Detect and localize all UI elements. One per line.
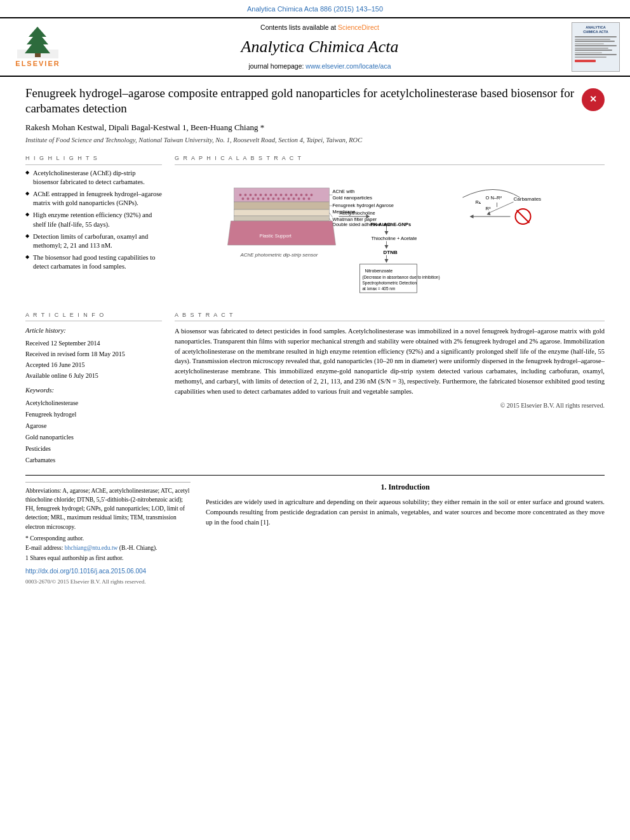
journal-ref: Analytica Chimica Acta 886 (2015) 143–15… [247, 5, 383, 13]
sciencedirect-link[interactable]: ScienceDirect [338, 23, 379, 31]
svg-point-34 [303, 197, 305, 200]
highlight-item: ◆High enzyme retention efficiency (92%) … [25, 211, 162, 229]
homepage-line: journal homepage: www.elsevier.com/locat… [74, 62, 565, 71]
svg-point-25 [257, 197, 260, 200]
journal-ref-line: Analytica Chimica Acta 886 (2015) 143–15… [0, 0, 630, 17]
svg-text:Thiocholine + Acetate: Thiocholine + Acetate [372, 236, 417, 241]
svg-marker-76 [470, 215, 474, 218]
svg-line-73 [488, 202, 514, 213]
svg-text:Nitrobenzoate: Nitrobenzoate [365, 269, 393, 273]
highlight-item: ◆Acetylcholinesterase (AChE) dip-strip b… [25, 169, 162, 187]
abbreviations-text: Abbreviations: A, agarose; AChE, acetylc… [25, 486, 191, 531]
issn-line: 0003-2670/© 2015 Elsevier B.V. All right… [25, 578, 191, 586]
authors-line: Rakesh Mohan Kestwal, Dipali Bagal-Kestw… [25, 122, 605, 133]
keyword-item: Carbamates [25, 455, 162, 466]
introduction-section: 1. Introduction Pesticides are widely us… [206, 482, 605, 586]
keyword-item: Pesticides [25, 443, 162, 455]
contents-line: Contents lists available at ScienceDirec… [74, 23, 565, 32]
svg-point-14 [275, 194, 278, 196]
two-col-section: H I G H L I G H T S ◆Acetylcholinesteras… [25, 154, 605, 302]
abstract-header: A B S T R A C T [175, 311, 605, 322]
ga-diagram: AChE with Gold nanoparticles [175, 169, 605, 302]
elsevier-label: ELSEVIER [15, 59, 60, 69]
highlights-list: ◆Acetylcholinesterase (AChE) dip-strip b… [25, 169, 162, 272]
svg-point-22 [242, 197, 245, 200]
svg-text:Spectrophotometric Detection: Spectrophotometric Detection [363, 281, 417, 286]
svg-point-28 [272, 197, 275, 200]
bottom-section: Abbreviations: A, agarose; AChE, acetylc… [0, 475, 630, 592]
received-date: Received 12 September 2014 [25, 338, 162, 349]
footnotes-section: Abbreviations: A, agarose; AChE, acetylc… [25, 482, 191, 586]
bottom-two-col: Abbreviations: A, agarose; AChE, acetylc… [25, 482, 605, 586]
article-info-section: A R T I C L E I N F O Article history: R… [25, 311, 162, 466]
svg-point-8 [245, 194, 247, 196]
revised-date: Received in revised form 18 May 2015 [25, 349, 162, 359]
svg-point-13 [270, 194, 272, 196]
svg-text:Acetylthiocholine: Acetylthiocholine [340, 210, 375, 216]
svg-text:at λmax = 405 nm: at λmax = 405 nm [363, 286, 396, 291]
highlight-item: ◆The biosensor had good testing capabili… [25, 253, 162, 271]
svg-point-17 [290, 194, 293, 196]
highlights-header: H I G H L I G H T S [25, 154, 162, 165]
svg-marker-60 [385, 259, 389, 263]
thumb-image: ANALYTICACHIMICA ACTA [572, 22, 620, 72]
svg-text:DTNB: DTNB [384, 250, 398, 255]
svg-point-29 [278, 197, 280, 200]
svg-text:Fenugreek hydrogel Agarose: Fenugreek hydrogel Agarose [333, 203, 394, 208]
svg-marker-1 [25, 27, 50, 53]
svg-rect-40 [234, 210, 330, 216]
article-content: Fenugreek hydrogel–agarose composite ent… [0, 77, 630, 466]
abstract-section: A B S T R A C T A biosensor was fabricat… [175, 311, 605, 466]
keyword-item: Agarose [25, 420, 162, 432]
section-divider [25, 475, 605, 476]
svg-point-35 [308, 197, 311, 200]
journal-header: Analytica Chimica Acta 886 (2015) 143–15… [0, 0, 630, 77]
svg-text:Gold nanoparticles: Gold nanoparticles [333, 195, 373, 201]
svg-marker-57 [385, 245, 389, 249]
svg-point-15 [280, 194, 283, 196]
svg-point-21 [311, 194, 313, 196]
equal-authorship: 1 Shares equal authorship as first autho… [25, 554, 191, 563]
svg-point-12 [265, 194, 267, 196]
history-label: Article history: [25, 326, 162, 336]
crossmark-badge[interactable]: ✕ [582, 88, 605, 111]
accepted-date: Accepted 16 June 2015 [25, 359, 162, 370]
svg-text:AChE with: AChE with [333, 189, 355, 194]
svg-point-16 [285, 194, 288, 196]
svg-text:FH-A-AChE-GNPs: FH-A-AChE-GNPs [371, 222, 412, 227]
intro-heading: 1. Introduction [206, 482, 605, 493]
svg-point-32 [293, 197, 295, 200]
svg-point-11 [260, 194, 262, 196]
graphical-abstract-header: G R A P H I C A L A B S T R A C T [175, 154, 605, 165]
corresponding-note: * Corresponding author. [25, 535, 191, 543]
svg-point-27 [267, 197, 270, 200]
elsevier-tree-icon [17, 25, 58, 58]
svg-text:R₁: R₁ [476, 199, 481, 205]
intro-text: Pesticides are widely used in agricultur… [206, 497, 605, 527]
keyword-item: Gold nanoparticles [25, 432, 162, 443]
svg-marker-54 [385, 231, 389, 235]
svg-point-19 [300, 194, 303, 196]
highlights-section: H I G H L I G H T S ◆Acetylcholinesteras… [25, 154, 162, 302]
highlight-item: ◆Detection limits of carbofuran, oxamyl … [25, 232, 162, 250]
highlight-item: ◆AChE entrapped in fenugreek hydrogel–ag… [25, 190, 162, 208]
svg-rect-36 [234, 202, 330, 210]
svg-point-31 [288, 197, 290, 200]
svg-text:Carbamates: Carbamates [514, 196, 542, 202]
svg-point-20 [305, 194, 308, 196]
svg-point-30 [283, 197, 285, 200]
svg-rect-2 [35, 53, 41, 57]
svg-text:(Decrease in absorbance due to: (Decrease in absorbance due to inhibitio… [363, 275, 440, 280]
article-info-header: A R T I C L E I N F O [25, 311, 162, 322]
svg-point-18 [295, 194, 298, 196]
keywords-list: AcetylcholinesteraseFenugreek hydrogelAg… [25, 397, 162, 466]
svg-point-9 [250, 194, 252, 196]
doi-link[interactable]: http://dx.doi.org/10.1016/j.aca.2015.06.… [25, 567, 191, 576]
svg-point-24 [252, 197, 255, 200]
affiliation-line: Institute of Food Science and Technology… [25, 136, 605, 145]
keywords-label: Keywords: [25, 386, 162, 396]
email-link[interactable]: bhchiang@ntu.edu.tw [65, 545, 118, 551]
svg-text:|: | [497, 201, 498, 207]
journal-center-info: Contents lists available at ScienceDirec… [68, 23, 572, 71]
homepage-link[interactable]: www.elsevier.com/locate/aca [305, 62, 391, 70]
